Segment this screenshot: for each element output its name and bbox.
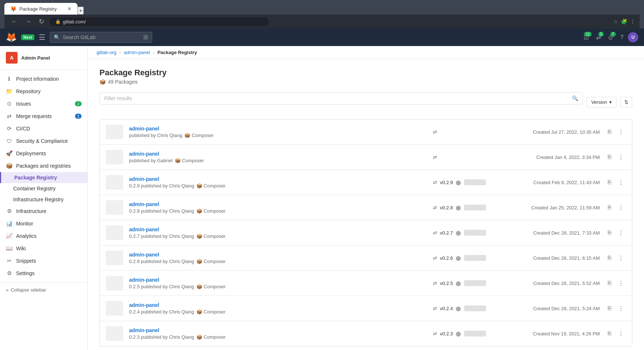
composer-icon: 📦	[196, 334, 202, 340]
hamburger-menu[interactable]: ☰	[39, 33, 45, 42]
sidebar-sub-item-package-registry[interactable]: Package Registry	[0, 172, 87, 183]
sidebar-item-label: Analytics	[16, 233, 37, 239]
url-input[interactable]: 🔒 gitlab.com/	[49, 18, 269, 26]
sidebar-item-cicd[interactable]: ⟳ CI/CD	[0, 122, 87, 135]
more-button[interactable]: ⋮	[616, 127, 626, 137]
infrastructure-icon: ⚙	[6, 208, 12, 214]
more-button[interactable]: ⋮	[616, 178, 626, 187]
sidebar-item-label: Repository	[16, 88, 41, 94]
sidebar-item-security-compliance[interactable]: 🛡 Security & Compliance	[0, 135, 87, 147]
sidebar-sub-item-infrastructure-registry[interactable]: Infrastructure Registry	[0, 194, 87, 205]
package-meta: 0.2.6 published by Chris Qiang 📦 Compose…	[129, 259, 427, 264]
copy-button[interactable]: ⎘	[606, 203, 614, 212]
package-name[interactable]: admin-panel	[129, 277, 427, 283]
sidebar-item-monitor[interactable]: 📊 Monitor	[0, 217, 87, 230]
merge-requests-button[interactable]: ⇄ 3	[593, 32, 604, 43]
commit-hash-bar	[464, 305, 486, 311]
composer-icon: 📦	[196, 183, 202, 189]
sidebar-item-deployments[interactable]: 🚀 Deployments	[0, 147, 87, 160]
tab-close[interactable]: ✕	[67, 6, 72, 12]
forward-button[interactable]: →	[23, 17, 34, 26]
package-name[interactable]: admin-panel	[129, 252, 427, 258]
copy-button[interactable]: ⎘	[606, 178, 614, 187]
bookmark-icon[interactable]: ☆	[613, 19, 618, 24]
search-bar[interactable]: 🔍 Search GitLab /	[50, 32, 152, 43]
snippets-icon: ✂	[6, 258, 12, 264]
copy-button[interactable]: ⎘	[606, 228, 614, 237]
commit-hash-bar	[464, 331, 486, 336]
sidebar-item-repository[interactable]: 📁 Repository	[0, 85, 87, 98]
more-button[interactable]: ⋮	[616, 329, 626, 339]
project-information-icon: ℹ	[6, 76, 12, 82]
package-thumbnail	[106, 225, 123, 240]
copy-button[interactable]: ⎘	[606, 152, 614, 162]
compare-icon: ⇄	[433, 205, 437, 210]
filter-input[interactable]	[104, 95, 568, 101]
issues-button[interactable]: ⊙ 7	[605, 32, 616, 43]
extensions-icon[interactable]: 🧩	[621, 19, 627, 24]
copy-button[interactable]: ⎘	[606, 127, 614, 137]
more-button[interactable]: ⋮	[616, 152, 626, 162]
sidebar-item-infrastructure[interactable]: ⚙ Infrastructure	[0, 205, 87, 217]
published-by: 0.2.8 published by Chris Qiang	[129, 208, 194, 214]
more-button[interactable]: ⋮	[616, 253, 626, 263]
package-info: admin-panel 0.2.7 published by Chris Qia…	[129, 227, 427, 239]
new-tab-button[interactable]: ＋	[78, 7, 84, 15]
package-thumbnail	[106, 125, 123, 139]
copy-button[interactable]: ⎘	[606, 253, 614, 263]
sort-button[interactable]: ⇅	[620, 97, 632, 107]
package-created: Created Nov 19, 2021, 4:26 PM	[512, 331, 600, 336]
published-by: published by Gabriel	[129, 158, 173, 163]
help-button[interactable]: ?	[617, 32, 626, 43]
package-name[interactable]: admin-panel	[129, 176, 427, 182]
sidebar-item-wiki[interactable]: 📖 Wiki	[0, 242, 87, 255]
breadcrumb-item-project[interactable]: admin-panel	[124, 50, 150, 55]
more-button[interactable]: ⋮	[616, 278, 626, 288]
sidebar-item-settings[interactable]: ⚙ Settings	[0, 267, 87, 279]
compare-icon: ⇄	[433, 306, 437, 311]
collapse-sidebar-button[interactable]: « Collapse sidebar	[0, 282, 87, 297]
package-name[interactable]: admin-panel	[129, 227, 427, 232]
package-version-info: ⇄ v0.2.4 ⬤	[433, 305, 506, 311]
menu-icon[interactable]: ⋮	[630, 19, 635, 24]
active-tab[interactable]: 🦊 Package Registry · ✕	[4, 3, 78, 15]
version-filter-button[interactable]: Version ▾	[587, 97, 617, 107]
package-name[interactable]: admin-panel	[129, 126, 427, 132]
package-count: 49 Packages	[108, 79, 138, 85]
more-button[interactable]: ⋮	[616, 203, 626, 213]
sidebar-item-analytics[interactable]: 📈 Analytics	[0, 230, 87, 242]
more-button[interactable]: ⋮	[616, 304, 626, 313]
package-actions: ⎘ ⋮	[606, 228, 626, 238]
package-thumbnail	[106, 301, 123, 316]
compare-icon: ⇄	[433, 281, 437, 286]
packages-icon: 📦	[6, 163, 12, 169]
sidebar-item-snippets[interactable]: ✂ Snippets	[0, 255, 87, 267]
package-name[interactable]: admin-panel	[129, 201, 427, 207]
todo-button[interactable]: ☑ 11	[581, 32, 592, 43]
version-tag: v0.2.3	[440, 331, 453, 336]
composer-icon: 📦	[184, 133, 190, 138]
package-name[interactable]: admin-panel	[129, 302, 427, 308]
package-name[interactable]: admin-panel	[129, 151, 427, 157]
issues-nav-icon: ⊙	[6, 100, 12, 107]
sidebar-item-label: Settings	[16, 270, 35, 276]
refresh-button[interactable]: ↻	[37, 17, 46, 26]
copy-button[interactable]: ⎘	[606, 278, 614, 288]
back-button[interactable]: ←	[9, 17, 20, 26]
package-count-icon: 📦	[99, 79, 106, 85]
avatar[interactable]: U	[628, 32, 638, 42]
infrastructure-registry-label: Infrastructure Registry	[13, 197, 64, 202]
commit-hash-bar	[464, 179, 486, 185]
copy-button[interactable]: ⎘	[606, 304, 614, 313]
package-name[interactable]: admin-panel	[129, 327, 427, 333]
sidebar-item-packages-registries[interactable]: 📦 Packages and registries	[0, 160, 87, 172]
sidebar-sub-item-container-registry[interactable]: Container Registry	[0, 183, 87, 194]
more-button[interactable]: ⋮	[616, 228, 626, 238]
package-actions: ⎘ ⋮	[606, 127, 626, 137]
cicd-icon: ⟳	[6, 125, 12, 132]
breadcrumb-item-org[interactable]: gitlab-org	[97, 50, 116, 55]
sidebar-item-merge-requests[interactable]: ⇄ Merge requests 1	[0, 110, 87, 122]
sidebar-item-issues[interactable]: ⊙ Issues 2	[0, 98, 87, 110]
sidebar-item-project-information[interactable]: ℹ Project information	[0, 73, 87, 85]
copy-button[interactable]: ⎘	[606, 329, 614, 338]
